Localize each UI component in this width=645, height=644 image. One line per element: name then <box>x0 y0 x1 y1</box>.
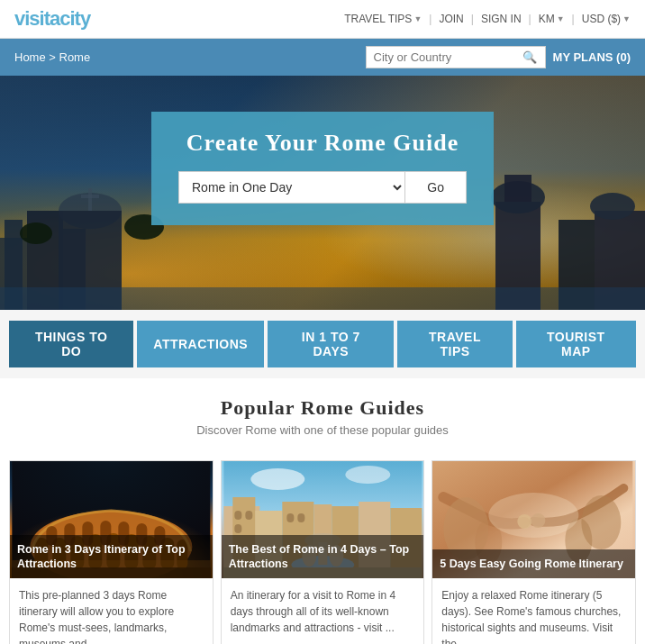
travel-tips-menu[interactable]: TRAVEL TIPS ▼ <box>344 13 422 25</box>
top-bar: visitacity TRAVEL TIPS ▼ | JOIN | SIGN I… <box>0 0 645 39</box>
card-3-title: 5 Days Easy Going Rome Itinerary <box>432 549 635 578</box>
card-3-description: Enjoy a relaxed Rome itinerary (5 days).… <box>441 587 626 644</box>
cards-container: Rome in 3 Days Itinerary of Top Attracti… <box>0 460 645 644</box>
search-icon[interactable]: 🔍 <box>522 50 537 64</box>
card-1-title: Rome in 3 Days Itinerary of Top Attracti… <box>10 535 213 579</box>
km-arrow: ▼ <box>557 14 565 23</box>
popular-subtitle: Discover Rome with one of these popular … <box>9 423 636 437</box>
search-input[interactable] <box>374 50 522 64</box>
travel-tips-label: TRAVEL TIPS <box>344 13 412 25</box>
sep3: | <box>529 13 531 25</box>
hero-section: Create Your Rome Guide Rome in One Day R… <box>0 76 645 310</box>
tab-in-1-to-7-days[interactable]: IN 1 TO 7 DAYS <box>268 321 394 367</box>
guide-form: Rome in One Day Rome in 2 Days Rome in 3… <box>178 171 467 204</box>
svg-rect-9 <box>81 195 99 198</box>
km-menu[interactable]: KM ▼ <box>539 13 565 25</box>
logo[interactable]: visitacity <box>14 7 90 31</box>
join-link[interactable]: JOIN <box>439 13 463 25</box>
tab-travel-tips[interactable]: TRAVEL TIPS <box>397 321 512 367</box>
top-navigation: TRAVEL TIPS ▼ | JOIN | SIGN IN | KM ▼ | … <box>344 13 631 25</box>
guide-title: Create Your Rome Guide <box>178 130 467 157</box>
svg-point-17 <box>590 193 635 220</box>
card-3: 5 Days Easy Going Rome Itinerary Enjoy a… <box>432 460 636 644</box>
card-2: The Best of Rome in 4 Days – Top Attract… <box>221 460 425 644</box>
card-1: Rome in 3 Days Itinerary of Top Attracti… <box>9 460 213 644</box>
card-3-body: Enjoy a relaxed Rome itinerary (5 days).… <box>432 578 635 644</box>
my-plans-link[interactable]: MY PLANS (0) <box>553 50 631 64</box>
sep2: | <box>471 13 474 25</box>
card-1-body: This pre-planned 3 days Rome itinerary w… <box>10 578 213 644</box>
sign-in-link[interactable]: SIGN IN <box>481 13 522 25</box>
card-2-description: An itinerary for a visit to Rome in 4 da… <box>231 587 415 638</box>
sep4: | <box>572 13 575 25</box>
card-2-body: An itinerary for a visit to Rome in 4 da… <box>222 578 424 644</box>
svg-rect-53 <box>286 513 294 522</box>
tab-attractions[interactable]: ATTRACTIONS <box>137 321 264 367</box>
travel-tips-arrow: ▼ <box>413 14 422 23</box>
guide-go-button[interactable]: Go <box>405 171 467 204</box>
card-1-image: Rome in 3 Days Itinerary of Top Attracti… <box>10 461 213 578</box>
currency-arrow: ▼ <box>622 14 631 23</box>
svg-rect-52 <box>234 524 241 533</box>
search-wrap: 🔍 MY PLANS (0) <box>366 46 631 68</box>
nav-tabs: THINGS TO DO ATTRACTIONS IN 1 TO 7 DAYS … <box>0 310 645 378</box>
km-label: KM <box>539 13 555 25</box>
svg-rect-18 <box>0 287 645 310</box>
tab-things-to-do[interactable]: THINGS TO DO <box>9 321 133 367</box>
sep1: | <box>429 13 432 25</box>
svg-rect-8 <box>88 188 92 211</box>
svg-rect-50 <box>234 511 241 520</box>
svg-point-70 <box>489 493 579 538</box>
svg-rect-54 <box>297 513 304 522</box>
currency-label: USD ($) <box>582 13 621 25</box>
svg-point-60 <box>250 468 304 490</box>
logo-text: visitacity <box>14 7 90 30</box>
popular-title: Popular Rome Guides <box>9 396 636 420</box>
currency-menu[interactable]: USD ($) ▼ <box>582 13 631 25</box>
svg-rect-14 <box>504 175 531 202</box>
breadcrumb: Home > Rome <box>14 50 90 64</box>
card-2-title: The Best of Rome in 4 Days – Top Attract… <box>222 535 424 579</box>
card-3-image: 5 Days Easy Going Rome Itinerary <box>432 461 635 578</box>
card-2-image: The Best of Rome in 4 Days – Top Attract… <box>222 461 424 578</box>
svg-point-61 <box>345 466 390 484</box>
breadcrumb-bar: Home > Rome 🔍 MY PLANS (0) <box>0 39 645 76</box>
guide-box: Create Your Rome Guide Rome in One Day R… <box>151 112 494 225</box>
tab-tourist-map[interactable]: TOURIST MAP <box>516 321 636 367</box>
svg-point-10 <box>20 222 52 244</box>
card-1-description: This pre-planned 3 days Rome itinerary w… <box>19 587 204 644</box>
svg-rect-51 <box>245 511 252 520</box>
popular-section: Popular Rome Guides Discover Rome with o… <box>0 378 645 460</box>
search-box[interactable]: 🔍 <box>366 46 546 68</box>
itinerary-select[interactable]: Rome in One Day Rome in 2 Days Rome in 3… <box>178 171 405 204</box>
